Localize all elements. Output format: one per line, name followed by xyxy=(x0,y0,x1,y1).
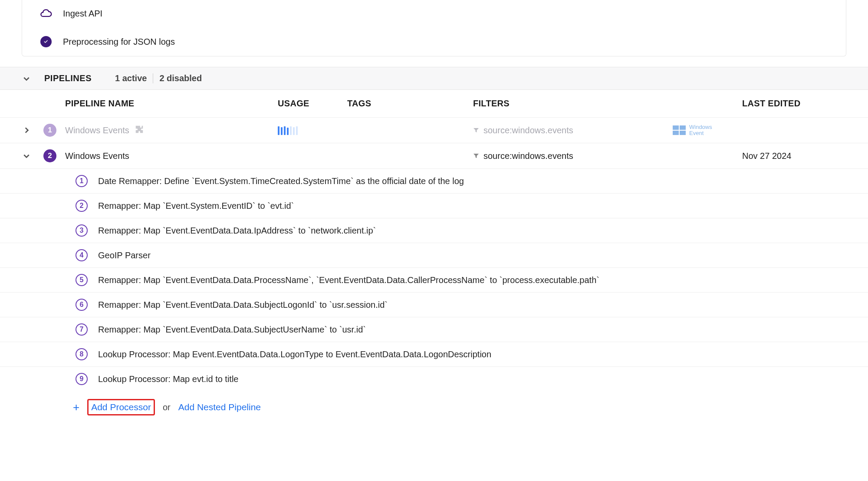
col-last-edited: LAST EDITED xyxy=(742,99,846,109)
processor-text: Lookup Processor: Map Event.EventData.Da… xyxy=(98,349,491,359)
processor-text: Remapper: Map `Event.EventData.Data.IpAd… xyxy=(98,226,376,236)
disabled-count: 2 disabled xyxy=(159,73,202,83)
processor-row[interactable]: 8 Lookup Processor: Map Event.EventData.… xyxy=(0,342,868,366)
columns-header: PIPELINE NAME USAGE TAGS FILTERS LAST ED… xyxy=(0,90,868,117)
processor-row[interactable]: 6 Remapper: Map `Event.EventData.Data.Su… xyxy=(0,292,868,317)
processor-number: 8 xyxy=(76,348,88,360)
processor-number: 3 xyxy=(76,224,88,237)
pipeline-number-badge: 2 xyxy=(43,149,56,162)
processor-row[interactable]: 7 Remapper: Map `Event.EventData.Data.Su… xyxy=(0,317,868,342)
active-count: 1 active xyxy=(115,73,147,83)
pipelines-header: PIPELINES 1 active 2 disabled xyxy=(0,67,868,90)
collapse-chevron[interactable] xyxy=(22,75,31,82)
win-label-1: Windows xyxy=(689,124,712,130)
processor-row[interactable]: 9 Lookup Processor: Map evt.id to title xyxy=(0,366,868,391)
pipeline-status-group: 1 active 2 disabled xyxy=(109,73,208,83)
col-pipeline-name: PIPELINE NAME xyxy=(65,99,278,109)
ingest-api-row[interactable]: Ingest API xyxy=(22,0,846,27)
pipeline-row-1[interactable]: 1 Windows Events source:windows.events W… xyxy=(0,117,868,143)
pipeline-row-2[interactable]: 2 Windows Events source:windows.events N… xyxy=(0,143,868,168)
add-processor-button[interactable]: Add Processor xyxy=(87,399,155,415)
processor-number: 5 xyxy=(76,274,88,286)
processor-number: 2 xyxy=(76,200,88,212)
check-circle-icon xyxy=(39,36,53,47)
windows-icon xyxy=(673,125,686,135)
processor-text: Date Remapper: Define `Event.System.Time… xyxy=(98,176,464,186)
ingest-section: Ingest API Preprocessing for JSON logs xyxy=(22,0,846,56)
pipeline-name: Windows Events xyxy=(65,151,129,161)
add-row: + Add Processor or Add Nested Pipeline xyxy=(0,391,868,428)
win-label-2: Event xyxy=(689,130,712,136)
add-nested-pipeline-button[interactable]: Add Nested Pipeline xyxy=(178,402,261,412)
processor-text: GeoIP Parser xyxy=(98,250,151,260)
processor-number: 7 xyxy=(76,323,88,336)
integration-icon xyxy=(135,125,144,136)
collapse-chevron[interactable] xyxy=(22,152,31,160)
filter-icon xyxy=(473,125,479,135)
processor-text: Remapper: Map `Event.EventData.Data.Proc… xyxy=(98,275,599,285)
expand-chevron[interactable] xyxy=(22,126,31,134)
ingest-api-label: Ingest API xyxy=(63,9,102,19)
usage-sparkline xyxy=(278,125,347,135)
filter-text: source:windows.events xyxy=(483,151,573,161)
integration-logo: Windows Event xyxy=(673,124,742,137)
col-tags: TAGS xyxy=(347,99,473,109)
processor-number: 1 xyxy=(76,175,88,187)
preproc-row[interactable]: Preprocessing for JSON logs xyxy=(22,27,846,56)
processor-row[interactable]: 4 GeoIP Parser xyxy=(0,243,868,267)
col-filters: FILTERS xyxy=(473,99,673,109)
pipeline-number-badge: 1 xyxy=(43,124,56,137)
last-edited: Nov 27 2024 xyxy=(742,151,846,161)
processor-number: 9 xyxy=(76,373,88,385)
filter-icon xyxy=(473,151,479,161)
processor-row[interactable]: 5 Remapper: Map `Event.EventData.Data.Pr… xyxy=(0,267,868,292)
processor-text: Lookup Processor: Map evt.id to title xyxy=(98,374,239,384)
col-usage: USAGE xyxy=(278,99,347,109)
plus-icon: + xyxy=(73,401,79,414)
processor-text: Remapper: Map `Event.System.EventID` to … xyxy=(98,201,294,211)
processor-row[interactable]: 1 Date Remapper: Define `Event.System.Ti… xyxy=(0,168,868,193)
processor-number: 4 xyxy=(76,249,88,261)
filter-text: source:windows.events xyxy=(483,125,573,135)
cloud-icon xyxy=(39,9,53,19)
pipeline-name: Windows Events xyxy=(65,125,129,135)
processor-text: Remapper: Map `Event.EventData.Data.Subj… xyxy=(98,325,366,335)
processor-text: Remapper: Map `Event.EventData.Data.Subj… xyxy=(98,300,388,310)
or-text: or xyxy=(163,402,171,412)
processor-row[interactable]: 2 Remapper: Map `Event.System.EventID` t… xyxy=(0,193,868,218)
pipelines-label: PIPELINES xyxy=(44,73,92,83)
preproc-label: Preprocessing for JSON logs xyxy=(63,37,175,47)
processor-row[interactable]: 3 Remapper: Map `Event.EventData.Data.Ip… xyxy=(0,218,868,243)
processor-number: 6 xyxy=(76,299,88,311)
